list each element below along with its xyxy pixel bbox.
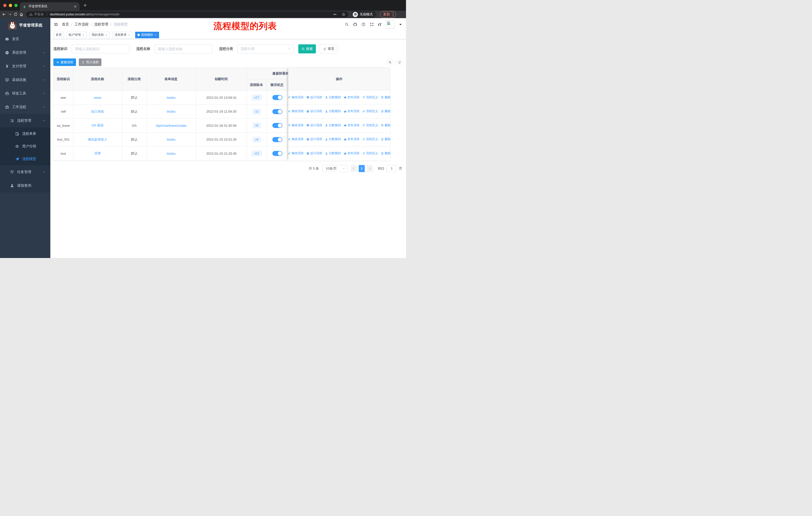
- window-minimize-button[interactable]: [9, 4, 12, 7]
- tag-close-icon[interactable]: [105, 34, 108, 36]
- breadcrumb-item[interactable]: 流程管理: [94, 22, 108, 27]
- browser-tab[interactable]: 芋道管理系统: [20, 2, 80, 10]
- page-size-select[interactable]: 10条/页: [322, 165, 348, 172]
- active-toggle[interactable]: [272, 151, 283, 156]
- form-info-link[interactable]: biubiu: [167, 110, 176, 113]
- sidebar-item-task-mgmt[interactable]: 任务管理: [0, 165, 50, 179]
- sidebar-item-dev-tools[interactable]: 研发工具: [0, 87, 50, 100]
- sidebar-item-home[interactable]: 首页: [0, 32, 50, 46]
- route-tag-my-process[interactable]: 我的流程: [89, 32, 110, 38]
- action-delete-link[interactable]: 删除: [381, 109, 390, 113]
- process-name-link[interactable]: 自己审批: [91, 109, 104, 114]
- browser-update-button[interactable]: 更新: [380, 11, 396, 18]
- avatar[interactable]: [386, 20, 394, 29]
- action-define-link[interactable]: 流程定义: [362, 137, 378, 141]
- github-icon[interactable]: [353, 22, 357, 26]
- sidebar-item-infrastructure[interactable]: 基础设施: [0, 73, 50, 87]
- browser-menu-icon[interactable]: [393, 12, 394, 16]
- action-define-link[interactable]: 流程定义: [362, 123, 378, 128]
- action-publish-link[interactable]: 发布流程: [344, 123, 359, 128]
- form-info-link[interactable]: biubiu: [167, 152, 176, 156]
- app-logo[interactable]: 芋道管理系统: [0, 18, 50, 32]
- process-name-input[interactable]: [154, 44, 213, 53]
- search-button[interactable]: 搜索: [298, 44, 316, 53]
- url-bar[interactable]: 不安全 dashboard.yudao.iocoder.cn/bpm/manag…: [26, 11, 348, 18]
- active-toggle[interactable]: [272, 123, 283, 128]
- route-tag-tenant-mgmt[interactable]: 租户管理: [66, 32, 87, 38]
- tag-close-icon[interactable]: [128, 34, 130, 36]
- sidebar-item-process-model[interactable]: 流程模型: [0, 153, 50, 165]
- home-button[interactable]: [19, 12, 23, 17]
- action-assign-link[interactable]: 分配规则: [325, 95, 341, 100]
- form-info-link[interactable]: biubiu: [167, 138, 176, 141]
- sidebar-item-user-group[interactable]: 用户分组: [0, 140, 50, 153]
- action-design-link[interactable]: 设计流程: [306, 151, 322, 156]
- import-process-button[interactable]: 导入流程: [79, 58, 102, 66]
- process-name-link[interactable]: eeee: [94, 96, 101, 100]
- new-tab-button[interactable]: [83, 3, 87, 7]
- action-delete-link[interactable]: 删除: [381, 137, 390, 141]
- sidebar-item-system[interactable]: 系统管理: [0, 46, 50, 59]
- form-info-link[interactable]: biubiu: [167, 96, 176, 100]
- action-design-link[interactable]: 设计流程: [306, 109, 322, 113]
- show-search-button[interactable]: [386, 59, 394, 66]
- current-page-button[interactable]: 1: [359, 165, 365, 172]
- sidebar-item-workflow[interactable]: 工作流程: [0, 100, 50, 114]
- active-toggle[interactable]: [272, 137, 283, 142]
- window-zoom-button[interactable]: [14, 4, 18, 7]
- chevron-down-icon[interactable]: [399, 22, 403, 26]
- process-name-link[interactable]: 测试多审批人: [88, 137, 108, 142]
- goto-page-input[interactable]: [386, 165, 397, 172]
- sidebar-item-process-form[interactable]: 流程表单: [0, 128, 50, 140]
- action-define-link[interactable]: 流程定义: [362, 151, 378, 156]
- bookmark-star-icon[interactable]: [342, 12, 345, 16]
- action-publish-link[interactable]: 发布流程: [344, 95, 359, 100]
- process-id-input[interactable]: [72, 44, 130, 53]
- process-name-link[interactable]: 滔博: [94, 151, 101, 156]
- sidebar-item-leave-query[interactable]: 请假查询: [0, 179, 50, 192]
- route-tag-home[interactable]: 首页: [53, 32, 64, 38]
- process-category-select[interactable]: 流程分类: [237, 44, 294, 53]
- process-name-link[interactable]: OA 请假: [92, 123, 104, 128]
- sidebar-item-process-mgmt[interactable]: 流程管理: [0, 114, 50, 128]
- security-label[interactable]: 不安全: [34, 12, 44, 17]
- prev-page-button[interactable]: [351, 165, 357, 172]
- form-info-link[interactable]: /bpm/oa/leave/create: [156, 124, 186, 128]
- action-modify-link[interactable]: 修改流程: [288, 151, 303, 156]
- forward-button[interactable]: [8, 12, 12, 17]
- fullscreen-icon[interactable]: [370, 22, 374, 26]
- action-modify-link[interactable]: 修改流程: [288, 123, 303, 128]
- action-assign-link[interactable]: 分配规则: [325, 137, 341, 141]
- sidebar-collapse-icon[interactable]: [54, 22, 58, 26]
- action-design-link[interactable]: 设计流程: [306, 95, 322, 100]
- action-modify-link[interactable]: 修改流程: [288, 137, 303, 141]
- create-process-button[interactable]: 新建流程: [53, 58, 76, 66]
- breadcrumb-item[interactable]: 首页: [62, 22, 69, 27]
- action-publish-link[interactable]: 发布流程: [344, 137, 359, 141]
- reload-button[interactable]: [13, 12, 18, 17]
- action-modify-link[interactable]: 修改流程: [288, 109, 303, 113]
- active-toggle[interactable]: [272, 95, 283, 100]
- action-delete-link[interactable]: 删除: [381, 95, 390, 100]
- action-modify-link[interactable]: 修改流程: [288, 95, 303, 100]
- sidebar-item-payment[interactable]: 支付管理: [0, 59, 50, 73]
- reset-button[interactable]: 重置: [320, 44, 338, 53]
- search-icon[interactable]: [345, 22, 349, 26]
- route-tag-process-form[interactable]: 流程表单: [112, 32, 133, 38]
- back-button[interactable]: [2, 12, 6, 17]
- next-page-button[interactable]: [367, 165, 373, 172]
- action-define-link[interactable]: 流程定义: [362, 109, 378, 113]
- breadcrumb-item[interactable]: 工作流程: [75, 22, 89, 27]
- action-assign-link[interactable]: 分配规则: [325, 109, 341, 113]
- action-publish-link[interactable]: 发布流程: [344, 109, 359, 113]
- tag-close-icon[interactable]: [154, 34, 157, 36]
- action-assign-link[interactable]: 分配规则: [325, 123, 341, 128]
- action-publish-link[interactable]: 发布流程: [344, 151, 359, 156]
- window-close-button[interactable]: [3, 4, 6, 7]
- action-delete-link[interactable]: 删除: [381, 123, 390, 128]
- route-tag-process-model[interactable]: 流程模型: [135, 32, 159, 38]
- font-size-icon[interactable]: tT: [378, 22, 382, 27]
- action-design-link[interactable]: 设计流程: [306, 123, 322, 128]
- action-delete-link[interactable]: 删除: [381, 151, 390, 156]
- action-design-link[interactable]: 设计流程: [306, 137, 322, 141]
